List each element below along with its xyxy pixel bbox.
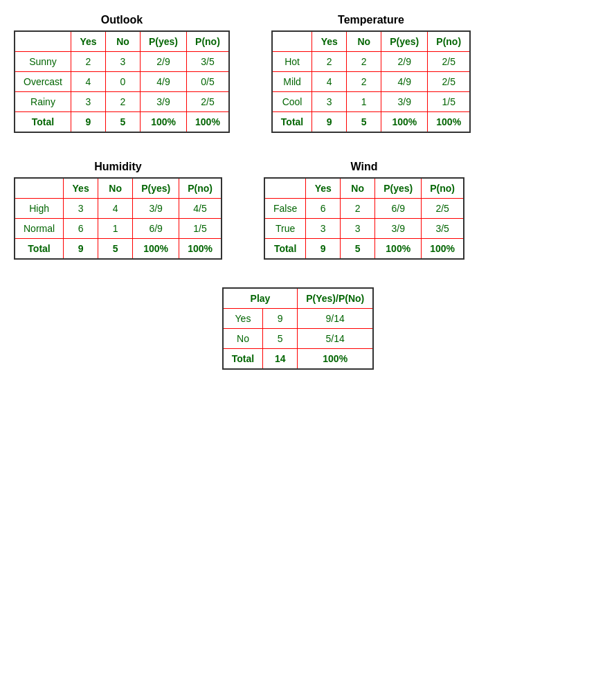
temperature-header-row: Yes No P(yes) P(no): [272, 31, 470, 52]
wind-total-pyes: 100%: [375, 239, 422, 260]
temperature-cool-pno: 1/5: [428, 92, 470, 112]
outlook-total-no: 5: [106, 112, 141, 133]
temperature-hot-yes: 2: [312, 52, 347, 72]
play-label-no: No: [223, 329, 263, 349]
temperature-mild-no: 2: [347, 72, 381, 92]
humidity-header-no: No: [98, 178, 133, 199]
wind-header-pno: P(no): [422, 178, 464, 199]
outlook-header-row: Yes No P(yes) P(no): [15, 31, 229, 52]
play-table: Play P(Yes)/P(No) Yes 9 9/14 No 5 5/14 T…: [222, 287, 374, 370]
outlook-sunny-yes: 2: [71, 52, 106, 72]
outlook-section: Outlook Yes No P(yes) P(no) Sunny 2 3 2/…: [14, 14, 230, 133]
outlook-row-sunny: Sunny 2 3 2/9 3/5: [15, 52, 229, 72]
outlook-rainy-pyes: 3/9: [141, 92, 187, 112]
wind-section: Wind Yes No P(yes) P(no) False 6 2 6/9 2…: [264, 161, 464, 260]
wind-table: Yes No P(yes) P(no) False 6 2 6/9 2/5 Tr…: [264, 177, 464, 260]
outlook-overcast-pyes: 4/9: [141, 72, 187, 92]
temperature-hot-pno: 2/5: [428, 52, 470, 72]
temperature-mild-yes: 4: [312, 72, 347, 92]
temperature-total-no: 5: [347, 112, 381, 133]
humidity-header-row: Yes No P(yes) P(no): [15, 178, 222, 199]
wind-true-pno: 3/5: [422, 219, 464, 239]
temperature-cool-no: 1: [347, 92, 381, 112]
outlook-row-total: Total 9 5 100% 100%: [15, 112, 229, 133]
play-row-total: Total 14 100%: [223, 349, 373, 370]
play-header-prob: P(Yes)/P(No): [298, 288, 374, 309]
wind-header-no: No: [341, 178, 375, 199]
humidity-normal-pyes: 6/9: [133, 219, 179, 239]
temperature-section: Temperature Yes No P(yes) P(no) Hot 2 2 …: [271, 14, 471, 133]
humidity-normal-yes: 6: [64, 219, 98, 239]
humidity-high-pno: 4/5: [179, 199, 222, 219]
play-header-row: Play P(Yes)/P(No): [223, 288, 373, 309]
wind-true-no: 3: [341, 219, 375, 239]
outlook-overcast-yes: 4: [71, 72, 106, 92]
humidity-label-high: High: [15, 199, 64, 219]
temperature-header-no: No: [347, 31, 381, 52]
outlook-row-rainy: Rainy 3 2 3/9 2/5: [15, 92, 229, 112]
outlook-label-overcast: Overcast: [15, 72, 71, 92]
play-yes-count: 9: [263, 309, 298, 329]
humidity-header-pyes: P(yes): [133, 178, 179, 199]
wind-label-false: False: [264, 199, 306, 219]
temperature-cool-yes: 3: [312, 92, 347, 112]
humidity-table: Yes No P(yes) P(no) High 3 4 3/9 4/5 Nor…: [14, 177, 222, 260]
humidity-header-pno: P(no): [179, 178, 222, 199]
wind-title: Wind: [351, 161, 378, 173]
outlook-overcast-no: 0: [106, 72, 141, 92]
wind-false-pno: 2/5: [422, 199, 464, 219]
temperature-row-total: Total 9 5 100% 100%: [272, 112, 470, 133]
outlook-label-sunny: Sunny: [15, 52, 71, 72]
humidity-header-yes: Yes: [64, 178, 98, 199]
humidity-normal-no: 1: [98, 219, 133, 239]
play-label-yes: Yes: [223, 309, 263, 329]
wind-header-empty: [264, 178, 306, 199]
play-row-no: No 5 5/14: [223, 329, 373, 349]
middle-tables: Humidity Yes No P(yes) P(no) High 3 4 3/…: [14, 161, 582, 260]
play-no-count: 5: [263, 329, 298, 349]
wind-header-pyes: P(yes): [375, 178, 422, 199]
humidity-high-yes: 3: [64, 199, 98, 219]
temperature-title: Temperature: [338, 14, 404, 26]
temperature-row-hot: Hot 2 2 2/9 2/5: [272, 52, 470, 72]
temperature-total-yes: 9: [312, 112, 347, 133]
outlook-sunny-pno: 3/5: [187, 52, 229, 72]
temperature-hot-pyes: 2/9: [381, 52, 428, 72]
outlook-header-no: No: [106, 31, 141, 52]
humidity-total-yes: 9: [64, 239, 98, 260]
outlook-header-pno: P(no): [187, 31, 229, 52]
temperature-cool-pyes: 3/9: [381, 92, 428, 112]
humidity-title: Humidity: [94, 161, 141, 173]
humidity-row-normal: Normal 6 1 6/9 1/5: [15, 219, 222, 239]
temperature-label-mild: Mild: [272, 72, 312, 92]
temperature-header-yes: Yes: [312, 31, 347, 52]
wind-total-no: 5: [341, 239, 375, 260]
temperature-table: Yes No P(yes) P(no) Hot 2 2 2/9 2/5 Mild…: [271, 30, 471, 133]
wind-false-no: 2: [341, 199, 375, 219]
outlook-row-overcast: Overcast 4 0 4/9 0/5: [15, 72, 229, 92]
play-row-yes: Yes 9 9/14: [223, 309, 373, 329]
wind-total-label: Total: [264, 239, 306, 260]
temperature-row-cool: Cool 3 1 3/9 1/5: [272, 92, 470, 112]
outlook-label-rainy: Rainy: [15, 92, 71, 112]
humidity-total-no: 5: [98, 239, 133, 260]
temperature-mild-pno: 2/5: [428, 72, 470, 92]
humidity-high-no: 4: [98, 199, 133, 219]
humidity-label-normal: Normal: [15, 219, 64, 239]
wind-false-pyes: 6/9: [375, 199, 422, 219]
humidity-header-empty: [15, 178, 64, 199]
humidity-section: Humidity Yes No P(yes) P(no) High 3 4 3/…: [14, 161, 222, 260]
humidity-row-high: High 3 4 3/9 4/5: [15, 199, 222, 219]
outlook-rainy-pno: 2/5: [187, 92, 229, 112]
play-section: Play P(Yes)/P(No) Yes 9 9/14 No 5 5/14 T…: [222, 287, 374, 370]
outlook-rainy-yes: 3: [71, 92, 106, 112]
wind-header-row: Yes No P(yes) P(no): [264, 178, 464, 199]
wind-label-true: True: [264, 219, 306, 239]
temperature-total-pno: 100%: [428, 112, 470, 133]
outlook-rainy-no: 2: [106, 92, 141, 112]
top-tables: Outlook Yes No P(yes) P(no) Sunny 2 3 2/…: [14, 14, 582, 133]
play-no-prob: 5/14: [298, 329, 374, 349]
wind-row-total: Total 9 5 100% 100%: [264, 239, 464, 260]
play-total-label: Total: [223, 349, 263, 370]
humidity-high-pyes: 3/9: [133, 199, 179, 219]
